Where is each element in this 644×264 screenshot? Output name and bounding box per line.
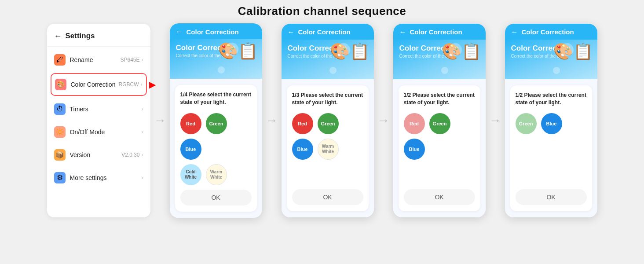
screen1-btn-green[interactable]: Green (206, 113, 227, 134)
more-label: More settings (70, 174, 142, 181)
screen4-ok-button[interactable]: OK (516, 189, 587, 205)
screen1-header-title: Color Correction (187, 28, 239, 36)
flow-arrow-1: → (154, 114, 166, 128)
screen3-question: 1/2 Please select the current state of y… (404, 92, 475, 106)
screen4-header: ← Color Correction (505, 24, 597, 40)
screen4-color-row1: Green Blue (516, 113, 587, 134)
screen4-question: 1/2 Please select the current state of y… (516, 92, 587, 106)
screen1-color-row1: Red Green Blue (180, 113, 252, 160)
screen2-back-icon[interactable]: ← (288, 28, 295, 36)
screen4-back-icon[interactable]: ← (511, 28, 518, 36)
phone-screen-2: ← Color Correction Color Correction Corr… (282, 24, 374, 217)
screen1-btn-red[interactable]: Red (180, 113, 201, 134)
timers-icon: ⏱ (54, 103, 66, 115)
onoff-icon: 🔆 (54, 126, 66, 138)
screen4-content: 1/2 Please select the current state of y… (505, 79, 597, 217)
settings-item-rename[interactable]: 🖊 Rename SP645E › (47, 48, 150, 71)
screen3-header: ← Color Correction (393, 24, 486, 40)
screen2-header: ← Color Correction (282, 24, 374, 40)
screen1-color-row2: ColdWhite WarmWhite (180, 164, 252, 185)
settings-item-color-correction[interactable]: 🎨 Color Correction RGBCW › ▶ (51, 73, 147, 96)
timers-label: Timers (70, 106, 142, 113)
screen2-hero: Color Correction Correct the color of th… (282, 40, 374, 79)
screen3-ok-button[interactable]: OK (404, 189, 475, 205)
screen2-content: 1/3 Please select the current state of y… (282, 79, 374, 217)
screen2-card: 1/3 Please select the current state of y… (287, 85, 369, 211)
settings-item-more[interactable]: ⚙ More settings › (47, 166, 150, 189)
flow-arrow-4: → (489, 114, 501, 128)
screen1-hero: Color Correction Correct the color of th… (170, 39, 262, 79)
version-value: V2.0.30 (121, 152, 139, 158)
flow-arrow-2: → (266, 114, 278, 128)
onoff-label: On/Off Mode (70, 128, 142, 136)
version-label: Version (70, 151, 122, 158)
screen1-ok-button[interactable]: OK (180, 190, 252, 205)
version-chevron: › (142, 152, 143, 158)
settings-header: ← Settings (47, 30, 150, 47)
rename-value: SP645E (120, 57, 139, 63)
screen1-btn-warm-white[interactable]: WarmWhite (206, 164, 227, 185)
screen2-color-row2: Blue WarmWhite (292, 139, 363, 160)
screen2-btn-green[interactable]: Green (318, 113, 339, 134)
timers-chevron: › (142, 106, 143, 112)
onoff-chevron: › (142, 129, 143, 135)
version-icon: 📦 (54, 149, 66, 161)
more-chevron: › (142, 175, 143, 181)
screen2-ok-button[interactable]: OK (292, 189, 363, 205)
back-icon[interactable]: ← (54, 32, 62, 41)
flow-arrow-3: → (377, 114, 390, 128)
main-row: ← Settings 🖊 Rename SP645E › 🎨 Color Cor… (9, 23, 635, 218)
settings-item-onoff[interactable]: 🔆 On/Off Mode › (47, 121, 150, 143)
rename-label: Rename (70, 56, 121, 63)
screen3-card: 1/2 Please select the current state of y… (399, 85, 480, 211)
screen1-question: 1/4 Please select the current state of y… (180, 91, 252, 106)
screen1-content: 1/4 Please select the current state of y… (170, 79, 262, 218)
screen3-color-row1: Red Green Blue (404, 113, 475, 160)
screen1-btn-blue[interactable]: Blue (180, 139, 201, 160)
screen3-btn-red[interactable]: Red (404, 113, 425, 134)
screen3-hero: Color Correction Correct the color of th… (393, 40, 486, 79)
phone-screen-1: ← Color Correction Color Correction Corr… (170, 23, 262, 218)
screen3-content: 1/2 Please select the current state of y… (393, 79, 486, 217)
screen4-btn-blue[interactable]: Blue (541, 113, 562, 134)
screen1-back-icon[interactable]: ← (176, 28, 183, 36)
red-pointer-arrow: ▶ (149, 79, 156, 90)
screen2-header-title: Color Correction (298, 28, 351, 36)
screen1-header: ← Color Correction (170, 23, 262, 39)
settings-item-timers[interactable]: ⏱ Timers › (47, 98, 150, 121)
screen1-btn-cold-white[interactable]: ColdWhite (180, 164, 201, 185)
rename-icon: 🖊 (54, 54, 66, 66)
screen2-btn-blue[interactable]: Blue (292, 139, 313, 160)
settings-item-version[interactable]: 📦 Version V2.0.30 › (47, 143, 150, 166)
screen4-btn-green[interactable]: Green (516, 113, 537, 134)
screen3-back-icon[interactable]: ← (399, 28, 406, 36)
phone-screen-3: ← Color Correction Color Correction Corr… (393, 24, 486, 217)
color-correction-label: Color Correction (71, 81, 119, 88)
screen4-header-title: Color Correction (522, 28, 574, 36)
page-title: Calibration channel sequence (238, 4, 406, 18)
color-correction-icon: 🎨 (55, 79, 66, 90)
screen1-card: 1/4 Please select the current state of y… (175, 85, 257, 212)
screen2-question: 1/3 Please select the current state of y… (292, 92, 363, 106)
phone-screen-4: ← Color Correction Color Correction Corr… (505, 24, 597, 217)
screen3-btn-blue[interactable]: Blue (404, 139, 425, 160)
settings-panel: ← Settings 🖊 Rename SP645E › 🎨 Color Cor… (47, 24, 150, 217)
more-icon: ⚙ (54, 172, 66, 183)
color-correction-chevron: › (141, 81, 143, 88)
color-correction-value: RGBCW (119, 81, 139, 88)
screen2-btn-warm-white[interactable]: WarmWhite (318, 139, 339, 160)
screen3-btn-green[interactable]: Green (429, 113, 450, 134)
screen2-btn-red[interactable]: Red (292, 113, 313, 134)
screen3-header-title: Color Correction (410, 28, 462, 36)
rename-chevron: › (142, 57, 143, 63)
screen4-card: 1/2 Please select the current state of y… (510, 85, 592, 211)
screen4-hero: Color Correction Correct the color of th… (505, 40, 597, 79)
screen2-color-row1: Red Green (292, 113, 363, 134)
settings-title: Settings (66, 32, 95, 40)
